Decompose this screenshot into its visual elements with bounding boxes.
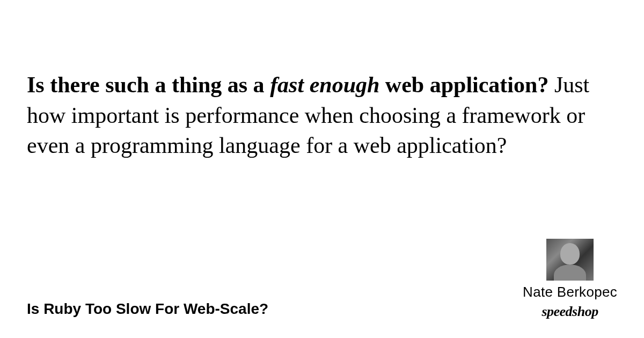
author-avatar <box>546 239 594 281</box>
article-title: Is Ruby Too Slow For Web-Scale? <box>27 300 268 320</box>
footer: Is Ruby Too Slow For Web-Scale? Nate Ber… <box>27 239 617 320</box>
author-name: Nate Berkopec <box>523 284 617 300</box>
summary-paragraph: Is there such a thing as a fast enough w… <box>27 70 617 161</box>
lead-question: Is there such a thing as a fast enough w… <box>27 72 548 97</box>
brand-name: speedshop <box>541 304 598 320</box>
author-block: Nate Berkopec speedshop <box>523 239 617 320</box>
emphasis-phrase: fast enough <box>270 72 379 97</box>
